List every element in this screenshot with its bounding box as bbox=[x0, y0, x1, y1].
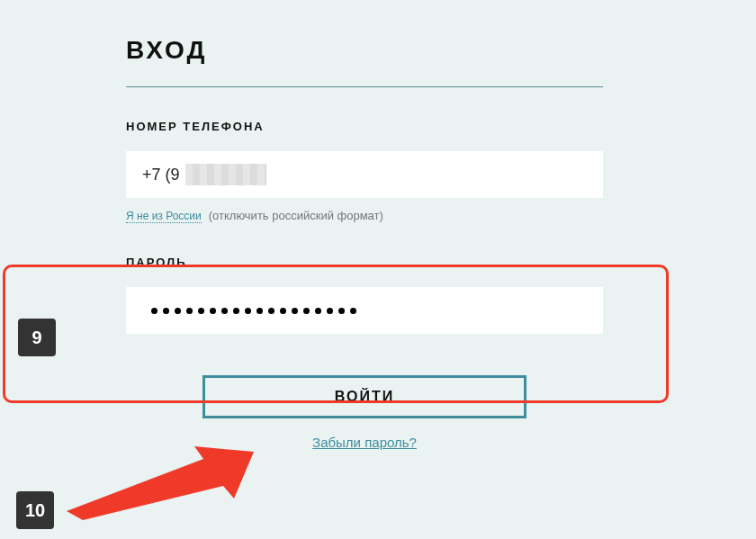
annotation-badge-10: 10 bbox=[16, 491, 54, 529]
phone-format-hint: (отключить российский формат) bbox=[209, 209, 383, 222]
phone-label: НОМЕР ТЕЛЕФОНА bbox=[126, 120, 630, 133]
divider bbox=[126, 86, 603, 87]
submit-button[interactable]: ВОЙТИ bbox=[202, 375, 526, 418]
password-label: ПАРОЛЬ bbox=[126, 256, 630, 269]
not-from-russia-link[interactable]: Я не из России bbox=[126, 210, 202, 223]
submit-area: ВОЙТИ Забыли пароль? bbox=[126, 375, 603, 450]
page-title: ВХОД bbox=[126, 36, 630, 65]
annotation-badge-9: 9 bbox=[18, 319, 56, 356]
password-section: ПАРОЛЬ bbox=[126, 256, 630, 334]
password-input[interactable] bbox=[126, 287, 603, 334]
svg-marker-0 bbox=[67, 446, 254, 520]
phone-redacted bbox=[185, 164, 266, 185]
login-form: ВХОД НОМЕР ТЕЛЕФОНА +7 (9 Я не из России… bbox=[0, 0, 630, 450]
phone-prefix: +7 (9 bbox=[142, 166, 180, 184]
phone-format-row: Я не из России (отключить российский фор… bbox=[126, 209, 630, 223]
forgot-password-link[interactable]: Забыли пароль? bbox=[312, 435, 417, 450]
phone-input[interactable]: +7 (9 bbox=[126, 151, 603, 198]
